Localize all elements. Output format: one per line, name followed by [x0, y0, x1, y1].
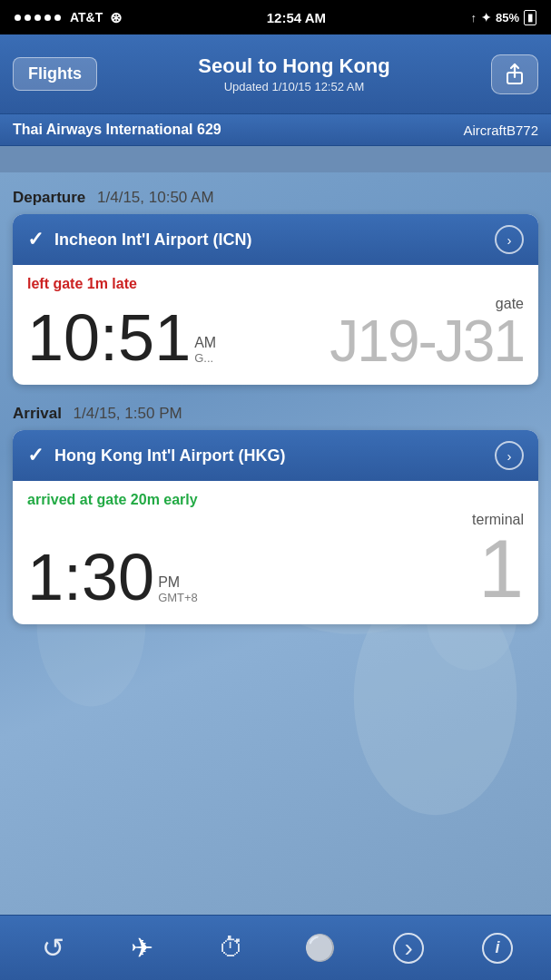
departure-ampm: AM: [194, 335, 216, 351]
arrival-header: Arrival 1/4/15, 1:50 PM: [13, 405, 538, 423]
clock-icon: ⏱: [219, 933, 244, 963]
arrival-card-header[interactable]: ✓ Hong Kong Int'l Airport (HKG) ›: [13, 430, 538, 481]
departure-time: 10:51: [27, 305, 191, 370]
departure-gate-block: gate J19-J31: [330, 296, 524, 370]
signal-dot-5: [54, 15, 61, 21]
arrival-ampm: PM: [158, 574, 198, 591]
arrival-header-left: ✓ Hong Kong Int'l Airport (HKG): [27, 444, 286, 467]
status-bar: AT&T ⊛ 12:54 AM ↑ ✦ 85% ▮: [0, 0, 551, 34]
status-time: 12:54 AM: [267, 10, 326, 25]
departure-gate-value: J19-J31: [330, 312, 524, 370]
info-icon: i: [482, 933, 513, 964]
aircraft-info: AircraftB772: [463, 122, 538, 138]
globe-icon: ⚪: [304, 933, 336, 963]
signal-dot-2: [25, 15, 31, 21]
flight-name: Thai Airways International 629: [13, 122, 221, 138]
departure-status: left gate 1m late: [27, 276, 524, 292]
aircraft-code: B772: [507, 122, 538, 138]
tab-flights[interactable]: ✈: [115, 925, 170, 972]
arrival-terminal-value: 1: [472, 528, 524, 610]
arrival-status: arrived at gate 20m early: [27, 492, 524, 508]
nav-title: Seoul to Hong Kong Updated 1/10/15 12:52…: [97, 54, 491, 93]
tab-globe[interactable]: ⚪: [292, 925, 347, 972]
arrival-checkmark: ✓: [27, 444, 44, 467]
share-button[interactable]: [491, 54, 538, 94]
nav-title-main: Seoul to Hong Kong: [106, 54, 482, 78]
departure-chevron[interactable]: ›: [495, 225, 524, 254]
departure-airport-name: Incheon Int'l Airport (ICN): [54, 230, 252, 250]
status-left: AT&T ⊛: [15, 9, 122, 26]
departure-card-header[interactable]: ✓ Incheon Int'l Airport (ICN) ›: [13, 214, 538, 265]
departure-tz: G...: [194, 351, 216, 365]
share-icon: [503, 63, 526, 86]
signal-dot-4: [44, 15, 51, 21]
arrival-section: Arrival 1/4/15, 1:50 PM ✓ Hong Kong Int'…: [13, 405, 538, 624]
arrival-date: 1/4/15, 1:50 PM: [74, 405, 182, 422]
departure-time-info: left gate 1m late 10:51 AM G... gate J19…: [13, 265, 538, 385]
wifi-icon: ⊛: [110, 9, 122, 26]
battery-icon: ▮: [524, 10, 536, 25]
tab-refresh[interactable]: ↺: [26, 925, 81, 972]
arrival-card: ✓ Hong Kong Int'l Airport (HKG) › arrive…: [13, 430, 538, 624]
arrival-time: 1:30: [27, 544, 154, 610]
departure-ampm-tz: AM G...: [194, 335, 216, 365]
tab-bar: ↺ ✈ ⏱ ⚪ › i: [0, 915, 551, 980]
tab-forward[interactable]: ›: [381, 925, 436, 972]
tab-info[interactable]: i: [470, 925, 525, 972]
arrival-chevron[interactable]: ›: [495, 441, 524, 470]
battery-label: 85%: [496, 11, 519, 24]
arrival-terminal-block: terminal 1: [472, 512, 524, 610]
nav-title-sub: Updated 1/10/15 12:52 AM: [106, 80, 482, 93]
departure-checkmark: ✓: [27, 228, 44, 251]
aircraft-label: Aircraft: [463, 122, 507, 138]
arrival-label: Arrival: [13, 405, 62, 422]
nav-bar: Flights Seoul to Hong Kong Updated 1/10/…: [0, 34, 551, 114]
back-button[interactable]: Flights: [13, 57, 97, 91]
departure-header: Departure 1/4/15, 10:50 AM: [13, 189, 538, 207]
flights-icon: ✈: [131, 932, 153, 964]
arrival-airport-name: Hong Kong Int'l Airport (HKG): [54, 446, 286, 466]
departure-header-left: ✓ Incheon Int'l Airport (ICN): [27, 228, 252, 251]
carrier-label: AT&T: [70, 10, 103, 24]
arrival-time-info: arrived at gate 20m early 1:30 PM GMT+8 …: [13, 481, 538, 624]
signal-dot-1: [15, 15, 21, 21]
departure-card: ✓ Incheon Int'l Airport (ICN) › left gat…: [13, 214, 538, 385]
tab-history[interactable]: ⏱: [204, 925, 259, 972]
content-area: Departure 1/4/15, 10:50 AM ✓ Incheon Int…: [0, 172, 551, 661]
forward-icon: ›: [393, 933, 424, 964]
refresh-icon: ↺: [42, 932, 64, 964]
flight-info-bar: Thai Airways International 629 AircraftB…: [0, 114, 551, 146]
signal-dot-3: [34, 15, 41, 21]
arrow-icon: ↑: [470, 11, 477, 24]
departure-time-block: 10:51 AM G...: [27, 305, 216, 370]
departure-label: Departure: [13, 189, 85, 206]
chevron-right-icon: ›: [507, 232, 512, 248]
arrival-time-gate-row: 1:30 PM GMT+8 terminal 1: [27, 512, 524, 610]
arrival-time-block: 1:30 PM GMT+8: [27, 544, 198, 610]
arrival-tz: GMT+8: [158, 591, 198, 604]
arrival-ampm-tz: PM GMT+8: [158, 574, 198, 604]
departure-date: 1/4/15, 10:50 AM: [97, 189, 214, 206]
chevron-right-icon-2: ›: [507, 448, 512, 464]
bluetooth-icon: ✦: [481, 11, 491, 24]
departure-section: Departure 1/4/15, 10:50 AM ✓ Incheon Int…: [13, 189, 538, 385]
status-right: ↑ ✦ 85% ▮: [470, 10, 536, 25]
departure-time-gate-row: 10:51 AM G... gate J19-J31: [27, 296, 524, 370]
